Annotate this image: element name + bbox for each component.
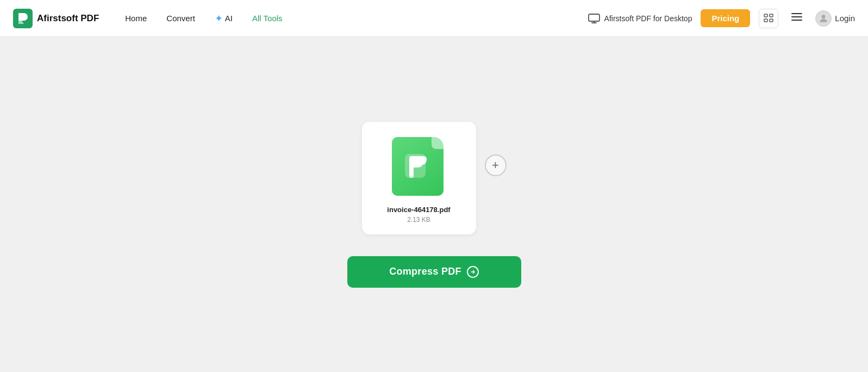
- grid-icon-button[interactable]: [759, 9, 778, 28]
- pricing-button[interactable]: Pricing: [701, 9, 750, 27]
- desktop-link[interactable]: Afirstsoft PDF for Desktop: [588, 14, 692, 23]
- file-icon-wrapper: P: [392, 137, 446, 197]
- arrow-right-icon: [470, 269, 476, 275]
- login-area[interactable]: Login: [815, 10, 855, 27]
- hamburger-menu[interactable]: [787, 10, 807, 26]
- svg-rect-4: [764, 19, 767, 22]
- grid-icon: [764, 14, 773, 23]
- file-corner-fold: [432, 137, 444, 149]
- nav-home[interactable]: Home: [116, 9, 155, 27]
- main-nav: Home Convert ✦ AI All Tools: [116, 8, 588, 29]
- login-label: Login: [835, 14, 855, 23]
- svg-rect-3: [770, 14, 773, 17]
- file-name: invoice-464178.pdf: [387, 206, 450, 214]
- file-icon-bg: P: [392, 137, 444, 196]
- svg-rect-1: [589, 14, 600, 21]
- logo-text: Afirstsoft PDF: [37, 13, 99, 24]
- logo-area[interactable]: Afirstsoft PDF: [13, 9, 99, 28]
- svg-rect-5: [770, 19, 773, 22]
- pdf-file-logo: P: [403, 152, 432, 181]
- file-size: 2.13 KB: [407, 216, 430, 224]
- svg-text:P: P: [408, 152, 424, 178]
- compress-pdf-button[interactable]: Compress PDF: [347, 256, 521, 288]
- file-card: P invoice-464178.pdf 2.13 KB: [362, 122, 476, 234]
- desktop-link-label: Afirstsoft PDF for Desktop: [604, 14, 692, 23]
- logo-icon: [13, 9, 33, 28]
- monitor-icon: [588, 14, 600, 23]
- ai-star-icon: ✦: [215, 13, 223, 24]
- nav-ai[interactable]: ✦ AI: [206, 8, 241, 29]
- compress-pdf-label: Compress PDF: [389, 266, 461, 277]
- nav-all-tools[interactable]: All Tools: [243, 9, 291, 27]
- nav-convert[interactable]: Convert: [158, 9, 204, 27]
- add-file-button[interactable]: +: [485, 154, 507, 176]
- avatar: [815, 10, 832, 27]
- hamburger-icon: [791, 13, 802, 21]
- header-right: Afirstsoft PDF for Desktop Pricing: [588, 9, 855, 28]
- nav-ai-label: AI: [225, 14, 233, 23]
- file-area: P invoice-464178.pdf 2.13 KB +: [362, 122, 507, 234]
- header: Afirstsoft PDF Home Convert ✦ AI All Too…: [0, 0, 868, 37]
- arrow-circle-icon: [467, 266, 479, 278]
- svg-point-6: [822, 15, 826, 18]
- main-content: P invoice-464178.pdf 2.13 KB + Compress …: [0, 37, 868, 372]
- user-icon: [818, 13, 829, 24]
- svg-rect-2: [764, 14, 767, 17]
